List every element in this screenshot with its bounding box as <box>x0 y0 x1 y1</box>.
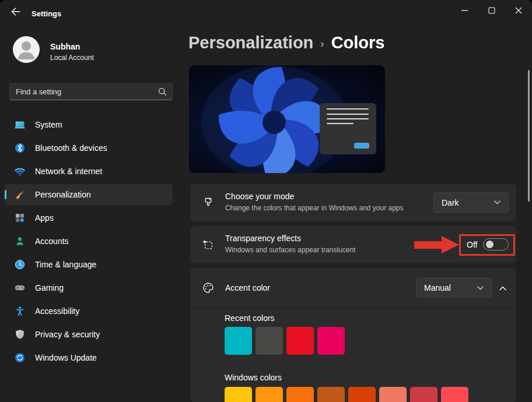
sidebar-item-label: Time & language <box>35 260 96 269</box>
windows-swatch-yellow-gold[interactable] <box>225 387 252 402</box>
sidebar-item-label: Personalization <box>35 190 91 199</box>
row-title: Transparency effects <box>225 234 301 243</box>
chevron-down-icon <box>477 286 484 290</box>
search-box <box>9 83 173 100</box>
windows-swatch-gold[interactable] <box>256 387 283 402</box>
maximize-icon <box>488 7 495 14</box>
search-input[interactable] <box>16 84 156 100</box>
close-button[interactable] <box>505 0 532 21</box>
selection-accent-bar <box>5 190 6 199</box>
accounts-icon <box>14 235 26 247</box>
sidebar-item-bluetooth-devices[interactable]: Bluetooth & devices <box>5 137 173 158</box>
accessibility-icon <box>14 305 26 317</box>
search-icon <box>158 87 167 98</box>
minimize-button[interactable] <box>452 0 478 21</box>
sidebar-item-gaming[interactable]: Gaming <box>5 277 173 298</box>
sidebar-item-accessibility[interactable]: Accessibility <box>5 301 173 322</box>
accent-dropdown[interactable]: Manual <box>416 278 492 298</box>
time-language-icon <box>14 259 26 270</box>
app-title: Settings <box>32 9 61 18</box>
privacy-security-icon <box>14 329 26 340</box>
row-title: Choose your mode <box>225 192 294 201</box>
sidebar-item-system[interactable]: System <box>5 114 173 135</box>
recent-swatch-red[interactable] <box>286 327 314 355</box>
accent-dropdown-value: Manual <box>424 283 477 292</box>
settings-window: Settings Subhan Local Account <box>0 0 532 402</box>
sidebar-item-label: Network & internet <box>35 167 102 176</box>
annotation-arrow-head <box>442 236 459 253</box>
chevron-up-icon <box>499 284 506 292</box>
windows-swatch-brick-red[interactable] <box>410 387 438 402</box>
sidebar-nav: SystemBluetooth & devicesNetwork & inter… <box>5 114 173 371</box>
scrollbar-thumb[interactable] <box>528 70 530 202</box>
toggle-knob <box>486 241 494 248</box>
sidebar-item-privacy-security[interactable]: Privacy & security <box>5 324 173 345</box>
window-controls <box>452 0 532 23</box>
paint-brush-icon <box>202 196 215 209</box>
mode-dropdown[interactable]: Dark <box>433 192 509 213</box>
sidebar-item-personalization[interactable]: Personalization <box>5 184 173 205</box>
breadcrumb: Personalization › Colors <box>188 33 385 52</box>
divider <box>190 307 516 308</box>
titlebar: Settings <box>0 0 532 23</box>
sidebar: Subhan Local Account SystemBluetooth & d… <box>0 23 182 402</box>
system-icon <box>14 119 26 131</box>
close-icon <box>515 7 522 14</box>
recent-swatch-dark-gray[interactable] <box>256 327 283 355</box>
theme-preview <box>189 65 385 173</box>
preview-app-window <box>320 103 376 154</box>
sidebar-item-apps[interactable]: Apps <box>5 207 173 228</box>
page-title: Colors <box>331 33 385 52</box>
preview-accent-button <box>354 143 369 149</box>
bluetooth-icon <box>14 142 26 154</box>
windows-swatch-orange-dark[interactable] <box>317 387 345 402</box>
windows-colors-label: Windows colors <box>225 373 282 382</box>
windows-swatch-pale-rust[interactable] <box>379 387 407 402</box>
windows-colors-row <box>225 387 468 402</box>
setting-row-choose-mode: Choose your mode Change the colors that … <box>190 184 516 221</box>
minimize-icon <box>461 7 468 14</box>
breadcrumb-separator-icon: › <box>320 37 324 50</box>
transparency-toggle[interactable] <box>483 238 509 251</box>
personalization-icon <box>14 189 26 200</box>
sidebar-item-label: Bluetooth & devices <box>35 143 107 153</box>
sidebar-item-label: Privacy & security <box>35 330 100 339</box>
sidebar-item-label: Apps <box>35 213 54 223</box>
person-icon <box>13 36 40 63</box>
toggle-state-label: Off <box>467 240 477 249</box>
recent-colors-label: Recent colors <box>225 313 275 323</box>
gaming-icon <box>14 282 26 294</box>
recent-swatch-pink[interactable] <box>317 327 345 355</box>
sidebar-item-time-language[interactable]: Time & language <box>5 254 173 275</box>
transparency-icon <box>202 238 215 251</box>
recent-colors-row <box>225 327 345 355</box>
recent-swatch-teal[interactable] <box>225 327 252 355</box>
profile-account-type: Local Account <box>50 54 94 62</box>
windows-swatch-mod-red[interactable] <box>441 387 468 402</box>
breadcrumb-parent[interactable]: Personalization <box>188 33 313 52</box>
sidebar-item-label: Accessibility <box>35 306 79 316</box>
accent-collapse-button[interactable] <box>496 281 510 295</box>
sidebar-item-label: Gaming <box>35 283 64 292</box>
sidebar-item-label: Windows Update <box>35 353 97 362</box>
sidebar-item-network-internet[interactable]: Network & internet <box>5 161 173 182</box>
chevron-down-icon <box>494 200 501 204</box>
avatar[interactable] <box>13 36 40 63</box>
palette-icon <box>202 281 215 294</box>
windows-swatch-orange-bright[interactable] <box>286 387 314 402</box>
back-button[interactable] <box>7 5 24 20</box>
row-title: Accent color <box>225 283 270 292</box>
apps-icon <box>14 212 26 224</box>
row-subtitle: Change the colors that appear in Windows… <box>225 204 404 212</box>
setting-row-accent-color: Accent color Manual Recent colors Window… <box>190 268 516 402</box>
row-subtitle: Windows and surfaces appear translucent <box>225 246 355 254</box>
mode-dropdown-value: Dark <box>442 198 494 207</box>
sidebar-item-accounts[interactable]: Accounts <box>5 231 173 252</box>
windows-swatch-rust[interactable] <box>348 387 376 402</box>
setting-row-transparency: Transparency effects Windows and surface… <box>190 226 516 263</box>
profile-name[interactable]: Subhan <box>50 42 80 51</box>
maximize-button[interactable] <box>478 0 505 21</box>
annotation-arrow <box>414 241 442 249</box>
sidebar-item-label: System <box>35 120 62 129</box>
sidebar-item-windows-update[interactable]: Windows Update <box>5 347 173 368</box>
